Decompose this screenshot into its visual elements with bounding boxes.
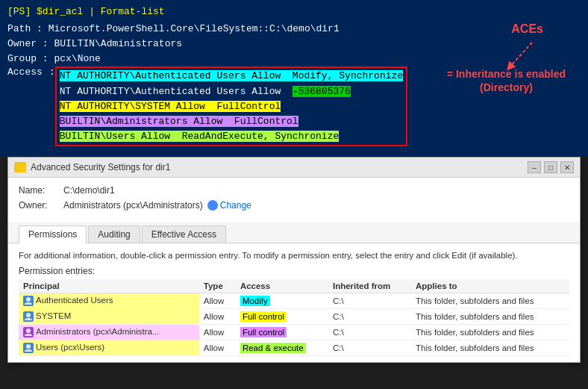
access-line-5: BUILTIN\Users Allow ReadAndExecute, Sync… [60,129,403,144]
access-entries: NT AUTHORITY\Authenticated Users Allow M… [55,66,407,146]
permissions-table-body: Authenticated UsersAllowModifyC:\This fo… [19,293,569,356]
access-line-1: NT AUTHORITY\Authenticated Users Allow M… [60,69,403,84]
col-type: Type [199,279,236,293]
table-header-row: Principal Type Access Inherited from App… [19,279,569,293]
cell-applies: This folder, subfolders and files [411,309,569,325]
inheritance-label: = Inheritance is enabled (Directory) [447,67,566,94]
group-label: Group [7,53,37,64]
permissions-tab-content: For additional information, double-click… [8,243,580,362]
cell-type: Allow [199,309,236,325]
cell-applies: This folder, subfolders and files [411,340,569,356]
aces-label: ACEs [511,22,543,36]
info-text: For additional information, double-click… [19,249,569,261]
svg-point-2 [26,297,31,302]
cell-access: Full control [236,309,328,325]
tab-auditing[interactable]: Auditing [88,225,140,243]
terminal-panel: [PS] $dir_acl | Format-list Path : Micro… [0,0,588,157]
minimize-button[interactable]: – [528,161,541,173]
cell-inherited: C:\ [328,325,411,340]
cell-principal: Administrators (pcx\Administra... [19,325,199,340]
cell-access: Read & execute [236,340,328,356]
access-label: Access [7,66,49,78]
owner-value: Administrators (pcx\Administrators) [63,200,203,211]
cell-type: Allow [199,340,236,356]
cell-principal: Authenticated Users [19,293,199,309]
change-owner-link[interactable]: Change [207,200,251,211]
maximize-button[interactable]: □ [544,161,557,173]
table-row[interactable]: Users (pcx\Users)AllowRead & executeC:\T… [19,340,569,356]
owner-label: Owner: [19,200,63,211]
svg-point-3 [26,313,31,317]
cell-applies: This folder, subfolders and files [411,293,569,309]
owner-field: Owner: Administrators (pcx\Administrator… [19,200,569,211]
cell-inherited: C:\ [328,293,411,309]
principal-icon [23,327,34,337]
dialog-title: Advanced Security Settings for dir1 [31,162,170,172]
access-line-4: BUILTIN\Administrators Allow FullControl [60,114,403,129]
access-line-3: NT AUTHORITY\SYSTEM Allow FullControl [60,99,403,114]
tab-permissions[interactable]: Permissions [19,225,87,243]
table-row[interactable]: SYSTEMAllowFull controlC:\This folder, s… [19,309,569,325]
svg-point-4 [26,329,31,333]
svg-point-5 [26,344,31,349]
change-icon [207,200,218,211]
tab-effective-access[interactable]: Effective Access [142,225,226,243]
cell-inherited: C:\ [328,309,411,325]
path-value: Microsoft.PowerShell.Core\FileSystem::C:… [49,23,340,34]
name-label: Name: [19,185,63,196]
owner-value: BUILTIN\Administrators [54,38,182,49]
path-label: Path [7,23,31,34]
change-label: Change [220,200,251,211]
dialog-title-area: Advanced Security Settings for dir1 [14,162,170,172]
dialog-window-controls[interactable]: – □ ✕ [528,161,574,173]
cell-type: Allow [199,293,236,309]
terminal-owner: Owner : BUILTIN\Administrators [7,37,581,52]
table-row[interactable]: Administrators (pcx\Administra...AllowFu… [19,325,569,340]
dialog-titlebar: Advanced Security Settings for dir1 – □ … [8,158,580,178]
cell-principal: Users (pcx\Users) [19,340,199,356]
col-applies: Applies to [411,279,569,293]
name-value: C:\demo\dir1 [63,185,115,196]
close-button[interactable]: ✕ [560,161,574,173]
cell-access: Full control [236,325,328,340]
cell-principal: SYSTEM [19,309,199,325]
dialog-tabs: Permissions Auditing Effective Access [8,222,580,243]
terminal-path: Path : Microsoft.PowerShell.Core\FileSys… [7,22,581,37]
folder-icon [14,162,26,172]
cell-applies: This folder, subfolders and files [411,325,569,340]
entries-label: Permission entries: [19,266,569,276]
owner-label: Owner [7,38,37,49]
col-principal: Principal [19,279,199,293]
advanced-security-dialog: Advanced Security Settings for dir1 – □ … [7,157,581,363]
access-line-2: NT AUTHORITY\Authenticated Users Allow -… [60,84,403,99]
name-field: Name: C:\demo\dir1 [19,185,569,196]
cell-inherited: C:\ [328,340,411,356]
col-access: Access [236,279,328,293]
principal-icon [23,343,34,353]
terminal-group: Group : pcx\None [7,52,581,66]
svg-line-1 [510,43,532,67]
dialog-body: Name: C:\demo\dir1 Owner: Administrators… [8,178,580,222]
table-row[interactable]: Authenticated UsersAllowModifyC:\This fo… [19,293,569,309]
principal-icon [23,311,34,322]
col-inherited: Inherited from [328,279,411,293]
principal-icon [23,296,34,306]
cell-type: Allow [199,325,236,340]
terminal-prompt: [PS] $dir_acl | Format-list [7,6,581,17]
group-value: pcx\None [54,53,100,64]
cell-access: Modify [236,293,328,309]
permissions-table: Principal Type Access Inherited from App… [19,279,569,356]
